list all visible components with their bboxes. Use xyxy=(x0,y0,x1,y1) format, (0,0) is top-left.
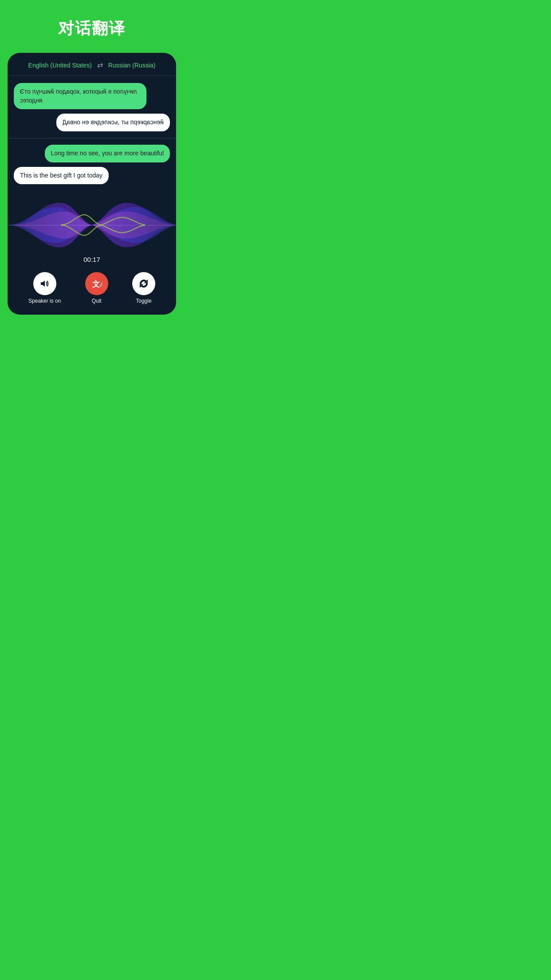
svg-text:文A: 文A xyxy=(92,280,102,288)
quit-control[interactable]: 文A Quit xyxy=(85,272,108,304)
swap-icon[interactable]: ⇄ xyxy=(97,61,103,69)
speaker-icon xyxy=(39,278,50,289)
page-title: 对话翻译 xyxy=(58,18,126,40)
conversation-bottom: Long time no see, you are more beautiful… xyxy=(8,138,176,196)
bubble-russian-1: Это лучший подарок, который я получил се… xyxy=(14,83,146,109)
toggle-control[interactable]: Toggle xyxy=(132,272,155,304)
controls-bar: Speaker is on 文A Quit Toggle xyxy=(8,268,176,315)
speaker-button[interactable] xyxy=(33,272,56,295)
language-bar: English (United States) ⇄ Russian (Russi… xyxy=(8,53,176,76)
language-right[interactable]: Russian (Russia) xyxy=(108,62,156,69)
speaker-label: Speaker is on xyxy=(28,298,61,304)
bubble-english-2: This is the best gift I got today xyxy=(14,167,109,185)
waveform-line xyxy=(8,225,176,225)
speaker-control[interactable]: Speaker is on xyxy=(28,272,61,304)
bubble-english-1: Long time no see, you are more beautiful xyxy=(45,145,170,162)
timer: 00:17 xyxy=(8,254,176,268)
toggle-label: Toggle xyxy=(136,298,151,304)
language-left[interactable]: English (United States) xyxy=(28,62,92,69)
conversation-top: Это лучший подарок, который я получил се… xyxy=(8,76,176,138)
waveform-area xyxy=(8,196,176,254)
quit-label: Quit xyxy=(92,298,102,304)
toggle-button[interactable] xyxy=(132,272,155,295)
translate-icon: 文A xyxy=(91,278,102,289)
svg-marker-0 xyxy=(41,281,45,287)
phone-card: English (United States) ⇄ Russian (Russi… xyxy=(8,53,176,315)
quit-button[interactable]: 文A xyxy=(85,272,108,295)
toggle-icon xyxy=(138,278,149,289)
bubble-russian-2: Давно не виделись, ты прекрасней xyxy=(56,114,170,131)
